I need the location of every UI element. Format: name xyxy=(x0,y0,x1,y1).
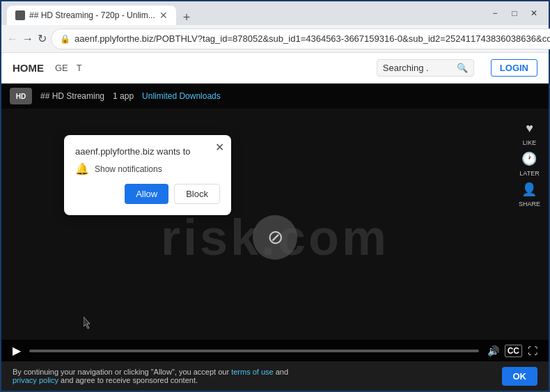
later-icon: 🕐 xyxy=(519,149,539,168)
like-icon: ♥ xyxy=(519,118,539,138)
video-top-bar: HD ## HD Streaming 1 app Unlimited Downl… xyxy=(1,84,549,109)
search-input-text: Searching . xyxy=(383,63,454,73)
url-text: aaenf.pplyforthe.biz/POBTHLV?tag_id=8780… xyxy=(74,33,550,44)
video-logo: HD xyxy=(10,88,32,104)
login-button[interactable]: LOGIN xyxy=(491,59,537,77)
terms-link[interactable]: terms of use xyxy=(231,368,274,376)
ok-button[interactable]: OK xyxy=(502,367,538,386)
video-link-app: 1 app xyxy=(113,91,134,101)
later-label: LATER xyxy=(519,170,539,177)
like-label: LIKE xyxy=(523,139,537,146)
video-controls-bar: ▶ 🔊 CC ⛶ xyxy=(1,340,549,361)
lock-icon: 🔒 xyxy=(60,34,70,44)
minimize-button[interactable]: − xyxy=(486,7,504,19)
later-button[interactable]: 🕐 LATER xyxy=(519,149,539,177)
share-label: SHARE xyxy=(519,201,540,207)
window-controls: − □ ✕ xyxy=(486,7,543,19)
tab-area: ## HD Streaming - 720p - Unlim... ✕ + xyxy=(7,1,478,25)
like-button[interactable]: ♥ LIKE xyxy=(519,118,539,146)
disclaimer-main-text: By continuing your navigation or clickin… xyxy=(13,368,229,376)
video-area: risk.com HD ## HD Streaming 1 app Unlimi… xyxy=(1,84,549,391)
share-icon: 👤 xyxy=(519,180,539,199)
site-nav-items: GE T xyxy=(55,63,82,73)
address-bar[interactable]: 🔒 aaenf.pplyforthe.biz/POBTHLV?tag_id=87… xyxy=(51,29,550,49)
notification-popup: ✕ aaenf.pplyforthe.biz wants to 🔔 Show n… xyxy=(64,135,231,215)
privacy-link[interactable]: privacy policy xyxy=(13,376,58,384)
fullscreen-button[interactable]: ⛶ xyxy=(528,345,537,356)
play-overlay[interactable]: ⊘ xyxy=(253,215,297,260)
popup-close-button[interactable]: ✕ xyxy=(215,141,224,154)
bell-icon: 🔔 xyxy=(75,162,89,175)
new-tab-button[interactable]: + xyxy=(179,10,195,25)
popup-buttons: Allow Block xyxy=(75,184,220,204)
close-button[interactable]: ✕ xyxy=(525,7,543,19)
play-button[interactable]: ▶ xyxy=(13,344,21,357)
disclaimer-end-text: and agree to receive sponsored content. xyxy=(61,376,198,384)
search-box[interactable]: Searching . 🔍 xyxy=(377,59,474,77)
disclaimer-text: By continuing your navigation or clickin… xyxy=(13,368,496,384)
disclaimer-bar: By continuing your navigation or clickin… xyxy=(1,361,549,391)
site-nav: HOME GE T Searching . 🔍 LOGIN xyxy=(1,53,549,84)
tab-close-button[interactable]: ✕ xyxy=(159,10,168,21)
play-slash-icon: ⊘ xyxy=(267,226,283,249)
popup-title: aaenf.pplyforthe.biz wants to xyxy=(75,146,220,157)
mouse-cursor xyxy=(84,317,92,329)
share-button[interactable]: 👤 SHARE xyxy=(519,180,540,207)
popup-description: Show notifications xyxy=(95,164,162,174)
video-links: ## HD Streaming 1 app Unlimited Download… xyxy=(40,91,221,101)
back-button[interactable]: ← xyxy=(7,29,18,49)
block-button[interactable]: Block xyxy=(174,184,220,204)
tab-title: ## HD Streaming - 720p - Unlim... xyxy=(29,10,155,20)
svg-marker-0 xyxy=(84,317,90,329)
disclaimer-and-text: and xyxy=(276,368,288,376)
title-bar: ## HD Streaming - 720p - Unlim... ✕ + − … xyxy=(1,1,549,25)
active-tab[interactable]: ## HD Streaming - 720p - Unlim... ✕ xyxy=(7,6,176,25)
popup-row: 🔔 Show notifications xyxy=(75,162,220,175)
video-link-downloads[interactable]: Unlimited Downloads xyxy=(142,91,221,101)
allow-button[interactable]: Allow xyxy=(125,184,168,204)
search-icon[interactable]: 🔍 xyxy=(457,63,468,73)
right-action-buttons: ♥ LIKE 🕐 LATER 👤 SHARE xyxy=(519,118,540,207)
refresh-button[interactable]: ↻ xyxy=(38,29,47,49)
site-logo: HOME xyxy=(13,62,44,74)
video-link-title: ## HD Streaming xyxy=(40,91,104,101)
site-nav-ge[interactable]: GE xyxy=(55,63,68,73)
cc-button[interactable]: CC xyxy=(505,345,522,357)
forward-button[interactable]: → xyxy=(22,29,33,49)
progress-bar[interactable] xyxy=(29,350,479,352)
browser-window: ## HD Streaming - 720p - Unlim... ✕ + − … xyxy=(0,0,550,392)
tab-favicon xyxy=(15,10,25,20)
volume-icon[interactable]: 🔊 xyxy=(487,345,499,356)
maximize-button[interactable]: □ xyxy=(505,7,524,19)
site-nav-t[interactable]: T xyxy=(77,63,82,73)
toolbar: ← → ↻ 🔒 aaenf.pplyforthe.biz/POBTHLV?tag… xyxy=(1,25,549,53)
